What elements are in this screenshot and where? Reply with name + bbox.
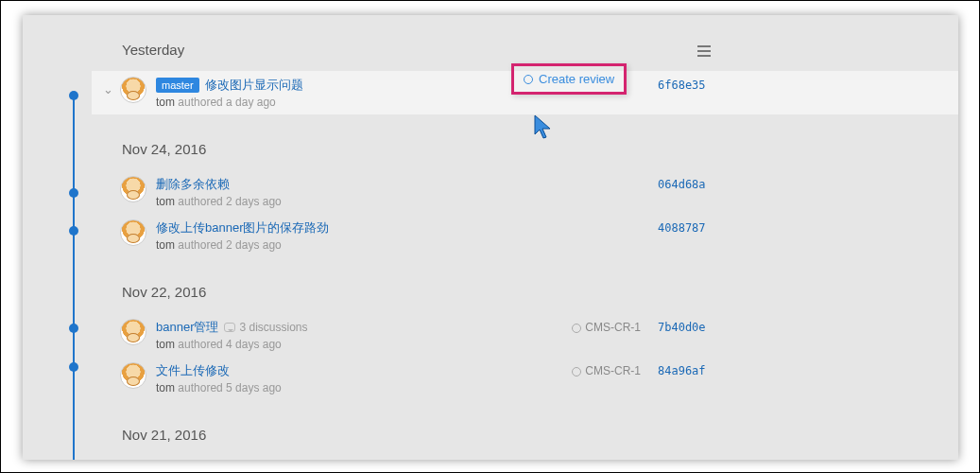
- timeline-dot: [69, 362, 78, 372]
- screenshot-frame: Yesterday ⌄ master 修改图片显示问题 tom authored…: [0, 0, 980, 473]
- discussions-badge[interactable]: 3 discussions: [224, 321, 307, 334]
- timeline-dot: [69, 91, 78, 100]
- author-name[interactable]: tom: [156, 96, 175, 109]
- timeline-rail: [73, 98, 75, 460]
- group-label: Nov 22, 2016: [122, 284, 206, 300]
- avatar[interactable]: [120, 319, 146, 345]
- commit-title[interactable]: 修改图片显示问题: [205, 77, 303, 94]
- author-name[interactable]: tom: [156, 238, 175, 252]
- commit-row: 删除多余依赖 tom authored 2 days ago 064d68a: [92, 170, 958, 214]
- create-review-button[interactable]: Create review: [511, 63, 627, 95]
- review-id: CMS-CR-1: [585, 321, 641, 334]
- timeline-dot: [69, 324, 78, 333]
- branch-tag[interactable]: master: [156, 78, 199, 93]
- content-column: Yesterday ⌄ master 修改图片显示问题 tom authored…: [92, 15, 958, 460]
- authored-time: authored 2 days ago: [178, 195, 281, 208]
- group-label: Yesterday: [122, 42, 184, 58]
- timeline-dot: [69, 226, 78, 236]
- create-review-label: Create review: [539, 72, 614, 86]
- commit-title[interactable]: banner管理: [156, 319, 218, 336]
- group-header-nov21: Nov 21, 2016: [92, 400, 958, 456]
- commit-row: 文件上传修改 tom authored 5 days ago CMS-CR-1 …: [92, 357, 958, 400]
- commit-row: 修改上传banner图片的保存路劲 tom authored 2 days ag…: [92, 214, 958, 257]
- avatar[interactable]: [120, 219, 146, 246]
- person-icon: [572, 367, 581, 377]
- commit-hash[interactable]: 064d68a: [658, 178, 713, 191]
- discussions-count: 3 discussions: [239, 321, 307, 334]
- chevron-down-icon[interactable]: ⌄: [103, 82, 114, 96]
- group-label: Nov 24, 2016: [122, 141, 206, 157]
- author-name[interactable]: tom: [156, 381, 175, 394]
- person-icon: [524, 75, 533, 84]
- commit-hash[interactable]: 6f68e35: [658, 79, 713, 92]
- commit-title[interactable]: 文件上传修改: [156, 362, 230, 379]
- group-header-nov24: Nov 24, 2016: [92, 114, 958, 170]
- person-icon: [572, 324, 581, 333]
- commit-title[interactable]: 删除多余依赖: [156, 176, 230, 193]
- commits-panel: Yesterday ⌄ master 修改图片显示问题 tom authored…: [23, 15, 958, 460]
- commit-right: 6f68e35: [658, 79, 713, 92]
- avatar[interactable]: [120, 176, 146, 202]
- authored-time: authored 4 days ago: [178, 338, 281, 351]
- commit-meta: tom authored a day ago: [156, 96, 658, 109]
- menu-icon[interactable]: [697, 45, 711, 57]
- group-header-nov22: Nov 22, 2016: [92, 257, 958, 313]
- review-id: CMS-CR-1: [585, 364, 641, 377]
- review-link[interactable]: CMS-CR-1: [572, 321, 641, 334]
- authored-time: authored 2 days ago: [178, 238, 281, 252]
- authored-time: authored 5 days ago: [178, 381, 281, 394]
- commit-row: banner管理 3 discussions tom authored 4 da…: [92, 313, 958, 357]
- authored-time: authored a day ago: [178, 96, 275, 109]
- comment-icon: [224, 323, 235, 332]
- review-link[interactable]: CMS-CR-1: [572, 364, 641, 377]
- commit-hash[interactable]: 4088787: [658, 221, 713, 235]
- author-name[interactable]: tom: [156, 195, 175, 208]
- avatar[interactable]: [120, 362, 146, 389]
- commit-hash[interactable]: 7b40d0e: [658, 321, 713, 334]
- avatar[interactable]: [120, 77, 146, 103]
- commit-title[interactable]: 修改上传banner图片的保存路劲: [156, 219, 329, 236]
- timeline-dot: [69, 188, 78, 198]
- commit-hash[interactable]: 84a96af: [658, 364, 713, 377]
- commit-row: ⌄ master 修改图片显示问题 tom authored a day ago…: [92, 71, 958, 114]
- group-label: Nov 21, 2016: [122, 427, 206, 443]
- author-name[interactable]: tom: [156, 338, 175, 351]
